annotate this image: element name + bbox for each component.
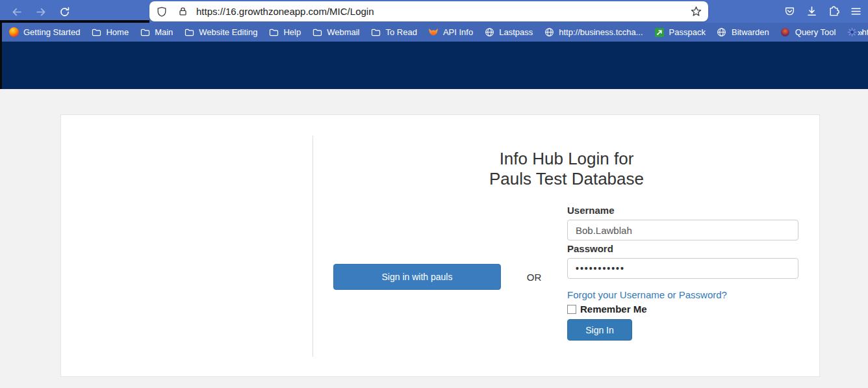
folder-icon <box>91 27 101 38</box>
page-title-line1: Info Hub Login for <box>313 149 821 169</box>
bookmark-item[interactable]: Webmail <box>312 27 359 38</box>
bookmark-item[interactable]: Lastpass <box>484 27 533 38</box>
bookmark-item[interactable]: Bitwarden <box>717 27 769 38</box>
passpack-icon <box>654 27 665 38</box>
bookmarks-list: Getting StartedHomeMainWebsite EditingHe… <box>8 27 868 38</box>
bookmark-item[interactable]: Website Editing <box>184 27 257 38</box>
folder-icon <box>371 27 381 38</box>
login-card: Info Hub Login for Pauls Test Database S… <box>60 114 820 377</box>
bookmark-label: Bitwarden <box>732 27 769 37</box>
globe-icon <box>544 27 554 38</box>
starburst-icon <box>847 27 857 38</box>
site-header-band <box>0 42 868 89</box>
page-background: Info Hub Login for Pauls Test Database S… <box>0 89 868 388</box>
forward-icon[interactable] <box>32 3 49 20</box>
page-title-line2: Pauls Test Database <box>313 169 821 189</box>
shield-icon[interactable] <box>153 3 170 20</box>
bookmark-label: To Read <box>386 27 417 37</box>
edge-artifact-line <box>0 20 149 23</box>
bookmark-label: Help <box>283 27 301 37</box>
downloads-icon[interactable] <box>802 3 821 21</box>
url-bar[interactable]: https://16.growthzoneapp.com/MIC/Login <box>149 1 708 21</box>
bookmark-label: Query Tool <box>795 27 836 37</box>
folder-icon <box>184 27 194 38</box>
password-input[interactable] <box>567 258 798 279</box>
bookmark-star-icon[interactable] <box>691 6 702 17</box>
username-input[interactable] <box>567 220 798 240</box>
bookmark-label: Lastpass <box>499 27 533 37</box>
bookmark-item[interactable]: Passpack <box>654 27 706 38</box>
bookmark-item[interactable]: Home <box>91 27 129 38</box>
toolbar-right-icons <box>780 0 868 23</box>
bookmark-item[interactable]: Query Tool <box>780 27 836 38</box>
extensions-icon[interactable] <box>824 3 843 21</box>
bookmark-item[interactable]: http://business.tccha... <box>544 27 643 38</box>
browser-window: https://16.growthzoneapp.com/MIC/Login G… <box>0 0 868 388</box>
bookmark-item[interactable]: To Read <box>371 27 417 38</box>
globe-icon <box>717 27 727 38</box>
page-title: Info Hub Login for Pauls Test Database <box>313 149 821 189</box>
back-icon[interactable] <box>8 3 25 20</box>
bookmark-item[interactable]: API Info <box>428 27 473 38</box>
bookmark-item[interactable]: Help <box>268 27 301 38</box>
or-label: OR <box>516 272 552 283</box>
bookmark-label: Passpack <box>669 27 706 37</box>
bug-icon <box>780 27 791 38</box>
bookmark-item[interactable]: Main <box>140 27 173 38</box>
bookmark-label: http://business.tccha... <box>559 27 643 37</box>
sign-in-button[interactable]: Sign In <box>567 319 632 341</box>
refresh-icon[interactable] <box>56 3 73 20</box>
bookmark-item[interactable]: Getting Started <box>8 27 80 38</box>
edge-artifact-sliver <box>0 20 2 89</box>
bookmark-label: API Info <box>443 27 473 37</box>
remember-me-label: Remember Me <box>580 304 647 315</box>
bookmark-label: Website Editing <box>199 27 257 37</box>
firefox-icon <box>8 27 19 38</box>
menu-icon[interactable] <box>846 3 865 21</box>
forgot-password-link[interactable]: Forgot your Username or Password? <box>567 289 727 300</box>
sso-signin-button[interactable]: Sign in with pauls <box>333 264 501 290</box>
folder-icon <box>140 27 150 38</box>
bookmark-label: Webmail <box>327 27 359 37</box>
bookmark-label: Main <box>155 27 173 37</box>
fox-icon <box>428 27 439 38</box>
folder-icon <box>312 27 322 38</box>
bookmark-label: Getting Started <box>23 27 80 37</box>
remember-checkbox[interactable] <box>567 305 576 314</box>
password-label: Password <box>567 243 613 254</box>
remember-me-row: Remember Me <box>567 304 647 315</box>
folder-icon <box>268 27 279 38</box>
bookmarks-bar: Getting StartedHomeMainWebsite EditingHe… <box>0 23 868 42</box>
bookmark-label: Home <box>106 27 129 37</box>
globe-icon <box>484 27 494 38</box>
lock-icon[interactable] <box>174 3 191 20</box>
browser-toolbar: https://16.growthzoneapp.com/MIC/Login <box>0 0 868 23</box>
url-text: https://16.growthzoneapp.com/MIC/Login <box>196 6 691 17</box>
bookmarks-overflow-icon[interactable]: » <box>858 23 863 42</box>
username-label: Username <box>567 205 615 216</box>
pocket-icon[interactable] <box>780 3 799 21</box>
